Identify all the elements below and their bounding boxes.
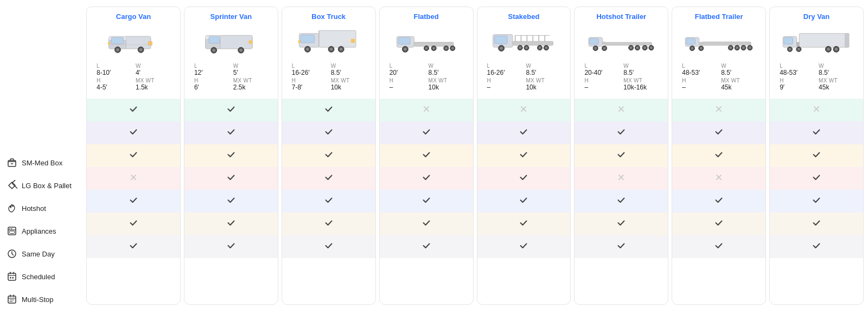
spec-value: 5′ <box>233 69 268 76</box>
svg-point-51 <box>425 47 427 50</box>
cell-row2-flatbed <box>380 144 473 167</box>
vehicle-name-stakebed: Stakebed <box>508 12 540 21</box>
vehicle-name-sprinter-van: Sprinter Van <box>210 12 252 21</box>
cells-area-hotshot-trailer <box>575 99 668 258</box>
sidebar-label-lg-box-pallet: LG Box & Pallet <box>22 182 72 190</box>
cells-area-stakebed <box>477 99 571 258</box>
spec-label: MX WT <box>819 78 853 84</box>
cell-row4-sprinter-van <box>184 190 278 213</box>
spec-label: H <box>390 78 424 84</box>
checkmark-icon <box>226 218 236 230</box>
svg-rect-4 <box>9 228 10 229</box>
checkmark-icon <box>422 172 431 184</box>
sidebar-item-sm-med-box[interactable]: SM-Med Box <box>0 152 84 174</box>
sidebar-item-appliances[interactable]: Appliances <box>0 220 84 242</box>
checkmark-icon <box>812 218 821 230</box>
cell-row5-box-truck <box>282 213 375 235</box>
spec-w-stakebed: W8.5′ <box>526 63 560 76</box>
checkmark-icon <box>422 150 431 162</box>
spec-h-flatbed: H– <box>390 78 424 91</box>
cell-row5-hotshot-trailer <box>575 213 668 235</box>
vehicle-specs-stakebed: L16-26′W8.5′H–MX WT10k <box>482 60 566 94</box>
spec-value: 8.5′ <box>819 69 853 76</box>
checkmark-icon <box>226 127 236 139</box>
cell-row5-dry-van <box>770 213 863 235</box>
spec-value: 2.5k <box>233 84 268 91</box>
checkmark-icon <box>422 241 431 253</box>
spec-label: L <box>584 63 619 69</box>
svg-rect-59 <box>494 36 507 44</box>
spec-value: 12′ <box>194 69 229 76</box>
spec-label: MX WT <box>233 78 268 84</box>
checkmark-icon <box>616 127 626 139</box>
checkmark-icon <box>422 127 431 139</box>
sidebar-item-hotshot[interactable]: Hotshot <box>0 197 84 219</box>
spec-value: – <box>487 84 522 91</box>
sidebar-item-multi-stop[interactable]: Multi-Stop <box>0 288 84 310</box>
sidebar-label-appliances: Appliances <box>22 227 56 235</box>
checkmark-icon <box>714 195 724 207</box>
vehicle-specs-hotshot-trailer: L20-40′W8.5′H–MX WT10k-16k <box>579 60 663 94</box>
x-icon <box>617 173 626 184</box>
diamond-icon <box>7 180 17 191</box>
vehicle-name-flatbed: Flatbed <box>413 12 438 21</box>
spec-value: 10k <box>429 84 463 91</box>
svg-rect-31 <box>249 40 252 43</box>
spec-mx-wt-sprinter-van: MX WT2.5k <box>233 78 268 91</box>
cell-row2-dry-van <box>770 144 863 167</box>
svg-rect-45 <box>398 37 410 44</box>
spec-label: W <box>233 63 268 69</box>
svg-point-19 <box>139 48 142 51</box>
spec-h-flatbed-trailer: H– <box>682 78 717 91</box>
vehicle-col-box-truck: Box Truck L16-26′W8.5′H7-8′MX WT10k <box>282 7 376 305</box>
svg-point-83 <box>595 47 597 50</box>
checkmark-icon <box>519 127 528 139</box>
spec-value: 20-40′ <box>584 69 619 76</box>
spec-w-cargo-van: W4′ <box>136 63 170 76</box>
sidebar-item-scheduled[interactable]: Scheduled <box>0 266 84 287</box>
checkmark-icon <box>129 150 138 162</box>
spec-mx-wt-dry-van: MX WT45k <box>819 78 853 91</box>
spec-label: MX WT <box>526 78 560 84</box>
svg-point-93 <box>650 47 653 49</box>
spec-mx-wt-hotshot-trailer: MX WT10k-16k <box>623 78 658 91</box>
svg-rect-33 <box>301 35 314 43</box>
spec-w-sprinter-van: W5′ <box>233 63 268 76</box>
checkmark-icon <box>324 127 334 139</box>
spec-value: 8.5′ <box>429 69 463 76</box>
cells-area-dry-van <box>770 99 863 258</box>
cell-row3-sprinter-van <box>184 167 278 190</box>
checkmark-icon <box>812 195 821 207</box>
spec-l-dry-van: L48-53′ <box>780 63 814 76</box>
vehicle-name-box-truck: Box Truck <box>311 12 346 21</box>
checkmark-icon <box>714 150 724 162</box>
checkmark-icon <box>616 150 626 162</box>
cell-row0-stakebed <box>477 99 571 121</box>
spec-mx-wt-stakebed: MX WT10k <box>526 78 560 91</box>
cell-row3-flatbed <box>380 167 473 190</box>
checkmark-icon <box>226 241 236 253</box>
cell-row6-hotshot-trailer <box>575 235 668 258</box>
checkmark-icon <box>226 195 236 207</box>
spec-h-dry-van: H9′ <box>780 78 814 91</box>
cells-area-sprinter-van <box>184 99 278 258</box>
spec-label: H <box>780 78 814 84</box>
checkmark-icon <box>616 241 626 253</box>
x-icon <box>129 173 138 184</box>
spec-h-box-truck: H7-8′ <box>292 78 327 91</box>
spec-label: L <box>390 63 424 69</box>
vehicle-grid: Cargo Van L8-10′W4′H4-5′MX WT1.5kSprinte… <box>84 0 868 311</box>
cell-row2-sprinter-van <box>184 144 278 167</box>
spec-mx-wt-flatbed-trailer: MX WT45k <box>721 78 756 91</box>
cell-row1-flatbed <box>380 121 473 144</box>
svg-point-17 <box>116 48 119 51</box>
spec-value: 8.5′ <box>721 69 756 76</box>
vehicle-name-cargo-van: Cargo Van <box>116 12 151 21</box>
sidebar-item-same-day[interactable]: Same Day <box>0 243 84 265</box>
vehicle-header-stakebed: Stakebed L16-26′W8.5′H–MX WT10k <box>477 7 571 99</box>
sidebar-item-lg-box-pallet[interactable]: LG Box & Pallet <box>0 175 84 196</box>
cell-row4-hotshot-trailer <box>575 190 668 213</box>
spec-label: L <box>682 63 717 69</box>
checkmark-icon <box>129 104 138 116</box>
x-icon <box>714 105 723 115</box>
